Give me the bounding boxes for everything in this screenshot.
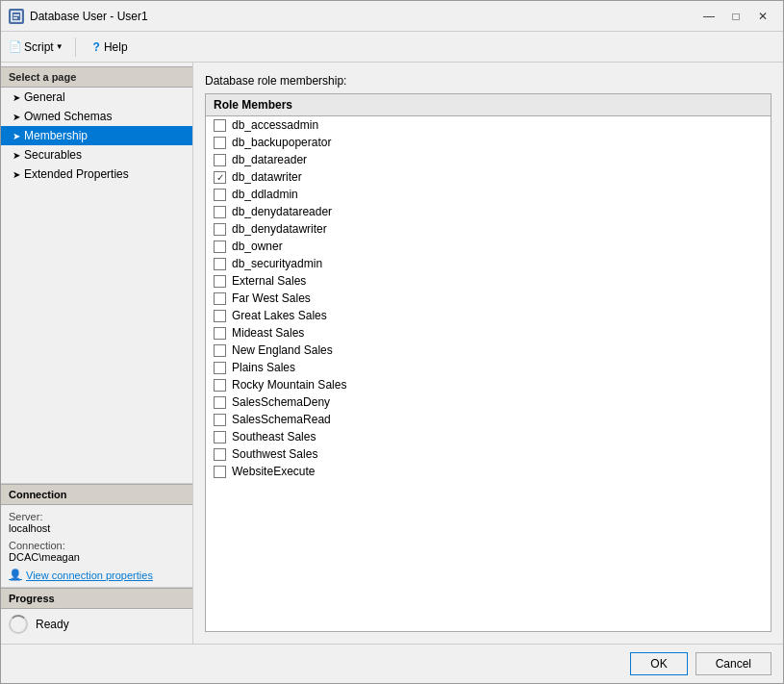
role-list-item[interactable]: Great Lakes Sales bbox=[206, 307, 771, 324]
role-list-item[interactable]: Plains Sales bbox=[206, 359, 771, 376]
close-button[interactable]: ✕ bbox=[750, 7, 775, 26]
ok-button[interactable]: OK bbox=[630, 652, 687, 675]
role-list-item[interactable]: Rocky Mountain Sales bbox=[206, 376, 771, 393]
role-list-item[interactable]: db_owner bbox=[206, 238, 771, 255]
maximize-button[interactable]: □ bbox=[723, 7, 748, 26]
role-checkbox-rocky-mountain-sales[interactable] bbox=[214, 379, 226, 392]
role-label-websiteexecute: WebsiteExecute bbox=[232, 465, 316, 478]
role-checkbox-great-lakes-sales[interactable] bbox=[214, 310, 226, 322]
role-label-db_backupoperator: db_backupoperator bbox=[232, 136, 331, 149]
title-bar-left: Database User - User1 bbox=[9, 9, 148, 24]
role-checkbox-southwest-sales[interactable] bbox=[214, 448, 226, 461]
arrow-icon: ➤ bbox=[13, 169, 20, 180]
role-checkbox-new-england-sales[interactable] bbox=[214, 344, 226, 357]
minimize-button[interactable]: — bbox=[696, 7, 721, 26]
role-list-item[interactable]: Mideast Sales bbox=[206, 324, 771, 342]
role-checkbox-db_securityadmin[interactable] bbox=[214, 258, 226, 270]
role-label-great-lakes-sales: Great Lakes Sales bbox=[232, 309, 327, 322]
arrow-icon: ➤ bbox=[13, 131, 20, 141]
toolbar-separator bbox=[75, 38, 76, 57]
right-panel: Database role membership: Role Members d… bbox=[193, 63, 783, 644]
server-value: localhost bbox=[9, 522, 185, 534]
role-list-item[interactable]: Southwest Sales bbox=[206, 445, 771, 463]
main-content: Select a page ➤ General ➤ Owned Schemas … bbox=[1, 63, 783, 644]
script-dropdown-arrow: ▼ bbox=[56, 42, 63, 51]
svg-rect-2 bbox=[13, 17, 17, 19]
role-checkbox-salesschemadeny[interactable] bbox=[214, 396, 226, 409]
role-checkbox-db_ddladmin[interactable] bbox=[214, 189, 226, 201]
help-icon: ? bbox=[93, 40, 100, 54]
role-label-southeast-sales: Southeast Sales bbox=[232, 430, 316, 443]
progress-spinner bbox=[9, 615, 28, 634]
role-label-external-sales: External Sales bbox=[232, 274, 306, 288]
sidebar-item-label: Extended Properties bbox=[24, 167, 129, 181]
role-checkbox-db_denydatawriter[interactable] bbox=[214, 223, 226, 236]
help-button[interactable]: ? Help bbox=[88, 38, 134, 56]
progress-section: Progress Ready bbox=[1, 587, 192, 640]
role-label-db_accessadmin: db_accessadmin bbox=[232, 118, 318, 132]
role-list-item[interactable]: SalesSchemaRead bbox=[206, 411, 771, 428]
sidebar-item-general[interactable]: ➤ General bbox=[1, 88, 192, 107]
role-checkbox-db_owner[interactable] bbox=[214, 241, 226, 253]
role-label-salesschemaread: SalesSchemaRead bbox=[232, 413, 331, 426]
role-list-item[interactable]: Southeast Sales bbox=[206, 428, 771, 445]
role-checkbox-db_backupoperator[interactable] bbox=[214, 137, 226, 149]
svg-rect-1 bbox=[13, 14, 19, 16]
role-checkbox-external-sales[interactable] bbox=[214, 275, 226, 288]
arrow-icon: ➤ bbox=[13, 92, 20, 103]
role-list-item[interactable]: db_datareader bbox=[206, 151, 771, 168]
script-dropdown[interactable]: 📄 Script ▼ bbox=[9, 40, 63, 54]
svg-rect-0 bbox=[12, 12, 21, 21]
role-list-item[interactable]: db_securityadmin bbox=[206, 255, 771, 272]
sidebar-item-owned-schemas[interactable]: ➤ Owned Schemas bbox=[1, 107, 192, 126]
role-checkbox-salesschemaread[interactable] bbox=[214, 414, 226, 426]
connection-label: Connection: bbox=[9, 540, 185, 551]
role-checkbox-websiteexecute[interactable] bbox=[214, 466, 226, 478]
role-list-item[interactable]: db_ddladmin bbox=[206, 186, 771, 203]
app-icon bbox=[9, 9, 24, 24]
role-list-header: Role Members bbox=[206, 94, 771, 116]
role-label-db_ddladmin: db_ddladmin bbox=[232, 188, 298, 201]
role-label-db_denydatawriter: db_denydatawriter bbox=[232, 222, 327, 236]
toolbar: 📄 Script ▼ ? Help bbox=[1, 32, 783, 63]
role-list-container[interactable]: Role Members db_accessadmindb_backupoper… bbox=[205, 93, 771, 632]
sidebar-item-membership[interactable]: ➤ Membership bbox=[1, 126, 192, 145]
sidebar-items: ➤ General ➤ Owned Schemas ➤ Membership ➤… bbox=[1, 88, 192, 483]
role-list-item[interactable]: New England Sales bbox=[206, 342, 771, 359]
role-checkbox-mideast-sales[interactable] bbox=[214, 327, 226, 340]
role-checkbox-plains-sales[interactable] bbox=[214, 362, 226, 374]
role-label-rocky-mountain-sales: Rocky Mountain Sales bbox=[232, 378, 346, 392]
role-list-item[interactable]: Far West Sales bbox=[206, 290, 771, 307]
sidebar-item-label: Membership bbox=[24, 129, 88, 142]
role-list-item[interactable]: External Sales bbox=[206, 272, 771, 290]
sidebar-item-extended-properties[interactable]: ➤ Extended Properties bbox=[1, 165, 192, 184]
role-label-db_owner: db_owner bbox=[232, 240, 283, 253]
role-list-item[interactable]: db_datawriter bbox=[206, 168, 771, 186]
role-checkbox-southeast-sales[interactable] bbox=[214, 431, 226, 443]
role-label-salesschemadeny: SalesSchemaDeny bbox=[232, 395, 330, 409]
role-label-plains-sales: Plains Sales bbox=[232, 361, 295, 374]
cancel-button[interactable]: Cancel bbox=[695, 652, 771, 675]
role-checkbox-db_datawriter[interactable] bbox=[214, 171, 226, 184]
connection-section-title: Connection bbox=[1, 484, 192, 505]
sidebar-item-securables[interactable]: ➤ Securables bbox=[1, 145, 192, 165]
role-checkbox-far-west-sales[interactable] bbox=[214, 292, 226, 305]
window-title: Database User - User1 bbox=[30, 10, 148, 23]
progress-section-title: Progress bbox=[1, 588, 192, 609]
role-list-item[interactable]: WebsiteExecute bbox=[206, 463, 771, 480]
role-checkbox-db_accessadmin[interactable] bbox=[214, 119, 226, 132]
role-label-southwest-sales: Southwest Sales bbox=[232, 447, 317, 461]
role-list-item[interactable]: db_denydatareader bbox=[206, 203, 771, 220]
role-list-item[interactable]: db_accessadmin bbox=[206, 116, 771, 134]
view-connection-link[interactable]: 👤 View connection properties bbox=[9, 569, 185, 581]
role-list-item[interactable]: db_backupoperator bbox=[206, 134, 771, 151]
role-label-db_datawriter: db_datawriter bbox=[232, 170, 302, 184]
role-list-item[interactable]: db_denydatawriter bbox=[206, 220, 771, 238]
role-label-db_datareader: db_datareader bbox=[232, 153, 307, 166]
role-checkbox-db_denydatareader[interactable] bbox=[214, 206, 226, 218]
sidebar-item-label: General bbox=[24, 90, 65, 104]
script-label: Script bbox=[24, 40, 54, 54]
server-label: Server: bbox=[9, 511, 185, 522]
role-checkbox-db_datareader[interactable] bbox=[214, 154, 226, 166]
role-list-item[interactable]: SalesSchemaDeny bbox=[206, 393, 771, 411]
